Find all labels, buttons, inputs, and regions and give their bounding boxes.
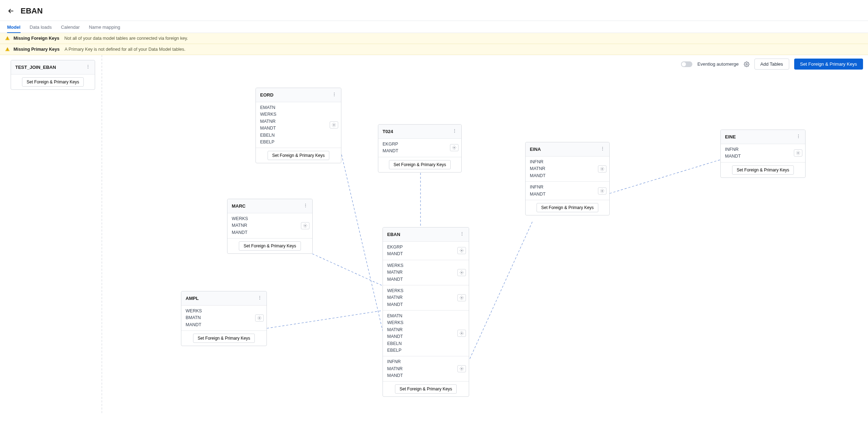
table-menu-button[interactable] (600, 146, 605, 153)
tab-name-mapping[interactable]: Name mapping (89, 21, 120, 33)
tab-calendar[interactable]: Calendar (61, 21, 80, 33)
column: WERKS (387, 262, 465, 269)
svg-point-8 (334, 93, 335, 93)
set-keys-button[interactable]: Set Foreign & Primary Keys (268, 151, 329, 160)
svg-point-33 (462, 232, 462, 233)
edge-eord-eban (341, 151, 383, 332)
column: WERKS (260, 111, 337, 118)
table-eord[interactable]: EORD EMATN WERKS MATNR MANDT EBELN EBELP… (256, 88, 341, 163)
warning-icon (5, 36, 10, 41)
svg-point-14 (454, 132, 455, 133)
column: INFNR (725, 146, 801, 153)
edge-eina-eine (610, 160, 720, 193)
set-keys-button-primary[interactable]: Set Foreign & Primary Keys (794, 59, 863, 70)
kebab-icon (600, 146, 605, 152)
group-settings-button[interactable] (794, 149, 802, 157)
group-settings-button[interactable] (457, 330, 466, 337)
tab-data-loads[interactable]: Data loads (30, 21, 52, 33)
set-keys-button[interactable]: Set Foreign & Primary Keys (537, 203, 598, 212)
group-settings-button[interactable] (301, 222, 309, 229)
set-keys-button[interactable]: Set Foreign & Primary Keys (239, 241, 301, 251)
table-menu-button[interactable] (257, 295, 262, 302)
gear-icon (303, 224, 307, 228)
set-keys-button[interactable]: Set Foreign & Primary Keys (22, 77, 84, 87)
set-keys-button[interactable]: Set Foreign & Primary Keys (732, 165, 794, 175)
group-settings-button[interactable] (598, 187, 606, 194)
table-eban[interactable]: EBAN EKGRP MANDT WERKS MATNR MANDT WERKS… (383, 227, 469, 397)
kebab-icon (452, 128, 457, 134)
svg-point-34 (462, 234, 462, 234)
set-keys-button[interactable]: Set Foreign & Primary Keys (389, 160, 451, 169)
canvas[interactable]: TEST_JOIN_EBAN Set Foreign & Primary Key… (0, 55, 868, 413)
table-menu-button[interactable] (86, 64, 90, 71)
column: WERKS (186, 308, 262, 314)
column: EKGRP (383, 141, 457, 148)
back-arrow-icon[interactable] (7, 7, 15, 15)
table-test-join-eban[interactable]: TEST_JOIN_EBAN Set Foreign & Primary Key… (11, 60, 95, 90)
svg-point-15 (454, 147, 455, 148)
column: WERKS (387, 319, 465, 326)
column: MATNR (387, 294, 465, 301)
svg-rect-0 (7, 38, 7, 39)
warning-missing-foreign-keys: Missing Foreign Keys Not all of your dat… (0, 33, 868, 44)
group-settings-button[interactable] (255, 314, 264, 322)
warning-icon (5, 47, 10, 52)
table-marc[interactable]: MARC WERKS MATNR MANDT Set Foreign & Pri… (227, 199, 313, 254)
table-eina[interactable]: EINA INFNR MATNR MANDT INFNR MANDT Set F… (525, 142, 610, 215)
svg-point-32 (259, 318, 260, 319)
column: MANDT (260, 125, 337, 132)
svg-point-17 (602, 148, 603, 149)
automerge-toggle[interactable] (681, 61, 692, 67)
gear-icon (600, 189, 604, 193)
svg-point-18 (602, 150, 603, 150)
table-name: EINE (725, 134, 736, 139)
group-settings-button[interactable] (598, 165, 606, 172)
column: EBELP (260, 139, 337, 146)
column: MANDT (530, 191, 605, 198)
table-name: EINA (530, 147, 541, 152)
kebab-icon (303, 203, 308, 208)
table-menu-button[interactable] (303, 203, 308, 209)
group-settings-button[interactable] (457, 365, 466, 372)
group-settings-button[interactable] (457, 294, 466, 301)
svg-point-11 (334, 125, 335, 126)
svg-point-7 (88, 68, 88, 68)
group-settings-button[interactable] (457, 269, 466, 276)
table-eine[interactable]: EINE INFNR MANDT Set Foreign & Primary K… (720, 130, 806, 178)
table-menu-button[interactable] (332, 92, 337, 98)
set-keys-button[interactable]: Set Foreign & Primary Keys (193, 334, 255, 343)
svg-point-5 (88, 65, 88, 66)
gear-icon (744, 61, 749, 67)
column: EBELN (387, 340, 465, 347)
table-t024[interactable]: T024 EKGRP MANDT Set Foreign & Primary K… (378, 124, 462, 172)
group-settings-button[interactable] (330, 121, 338, 128)
edge-ampl-eban (267, 311, 383, 328)
column: MATNR (387, 269, 465, 276)
column: INFNR (530, 159, 605, 165)
column: MANDT (530, 172, 605, 179)
column: EBELP (387, 347, 465, 354)
column: MATNR (232, 222, 308, 229)
table-ampl[interactable]: AMPL WERKS BMATN MANDT Set Foreign & Pri… (181, 291, 267, 346)
column: WERKS (232, 215, 308, 222)
svg-point-21 (798, 135, 799, 135)
automerge-settings-button[interactable] (744, 61, 749, 67)
table-menu-button[interactable] (796, 133, 801, 140)
table-menu-button[interactable] (452, 128, 457, 135)
column: MATNR (530, 165, 605, 172)
table-menu-button[interactable] (460, 231, 465, 238)
column: MANDT (232, 229, 308, 236)
svg-point-13 (454, 131, 455, 131)
svg-point-28 (305, 225, 306, 226)
column: MANDT (387, 333, 465, 340)
set-keys-button[interactable]: Set Foreign & Primary Keys (395, 384, 457, 394)
group-settings-button[interactable] (457, 247, 466, 254)
svg-point-16 (602, 147, 603, 148)
add-tables-button[interactable]: Add Tables (754, 59, 789, 70)
table-name: TEST_JOIN_EBAN (15, 65, 56, 70)
tab-model[interactable]: Model (7, 21, 21, 33)
column: MANDT (387, 276, 465, 283)
svg-point-29 (259, 296, 260, 297)
group-settings-button[interactable] (450, 144, 458, 151)
page-title: EBAN (21, 6, 43, 16)
